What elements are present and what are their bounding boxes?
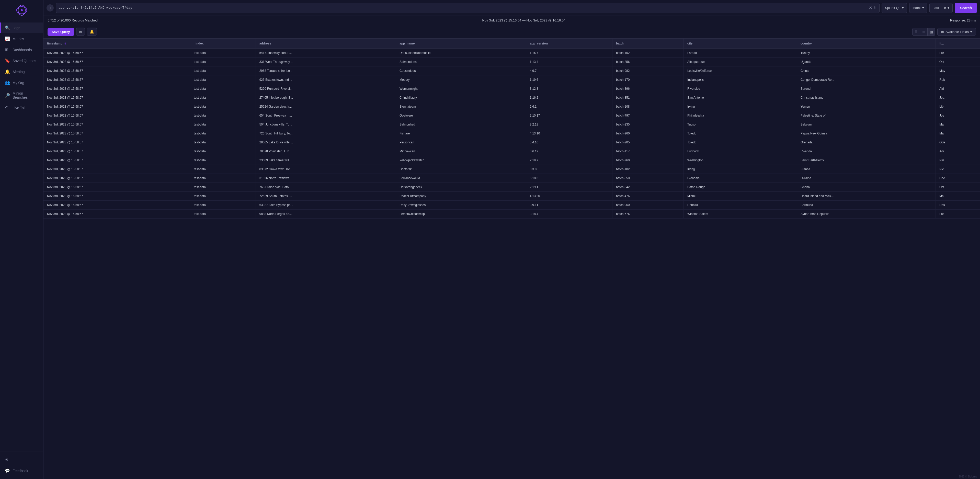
- cell-address: 768 Prairie side, Bato...: [256, 183, 396, 192]
- table-row[interactable]: Nov 3rd, 2023 @ 15:58:57test-data9888 No…: [43, 210, 980, 218]
- cell-app_version: 3.6.12: [526, 147, 612, 156]
- table-row[interactable]: Nov 3rd, 2023 @ 15:58:57test-data78078 P…: [43, 147, 980, 156]
- sidebar-item-live-tail[interactable]: ⏱ Live Tail: [0, 103, 43, 113]
- cell-_index: test-data: [190, 156, 256, 165]
- sidebar-item-theme[interactable]: ☀: [0, 455, 43, 465]
- col-app-version[interactable]: app_version: [526, 38, 612, 49]
- cell-fi: Fre: [936, 49, 980, 57]
- table-row[interactable]: Nov 3rd, 2023 @ 15:58:57test-data28065 L…: [43, 138, 980, 147]
- cell-timestamp: Nov 3rd, 2023 @ 15:58:57: [43, 138, 190, 147]
- table-view-button[interactable]: ⚌: [920, 28, 928, 36]
- table-row[interactable]: Nov 3rd, 2023 @ 15:58:57test-data923 Est…: [43, 75, 980, 84]
- cell-app_name: Womanmight: [396, 84, 526, 93]
- cell-app_name: LemonChiffonwisp: [396, 210, 526, 218]
- collapse-sidebar-button[interactable]: ‹: [46, 4, 54, 11]
- table-row[interactable]: Nov 3rd, 2023 @ 15:58:57test-data63327 L…: [43, 201, 980, 210]
- query-input[interactable]: [59, 6, 868, 10]
- table-row[interactable]: Nov 3rd, 2023 @ 15:58:57test-data23609 L…: [43, 156, 980, 165]
- sidebar-item-label: Logs: [13, 26, 20, 30]
- grid-table-view-button[interactable]: ▦: [928, 28, 935, 36]
- cell-fi: Ma: [936, 120, 980, 129]
- table-row[interactable]: Nov 3rd, 2023 @ 15:58:57test-data541 Cau…: [43, 49, 980, 57]
- cell-app_name: Fishare: [396, 129, 526, 138]
- cell-app_name: Minnowcan: [396, 147, 526, 156]
- available-fields-button[interactable]: ⊞ Available Fields ▾: [937, 28, 976, 36]
- cell-city: Glendale: [684, 174, 797, 183]
- list-view-button[interactable]: ☰: [912, 28, 920, 36]
- cell-app_name: Salmondoes: [396, 57, 526, 67]
- sidebar-item-metrics[interactable]: 📈 Metrics: [0, 33, 43, 44]
- sidebar-item-dashboards[interactable]: ⊞ Dashboards: [0, 45, 43, 55]
- cell-app_name: Cousindoes: [396, 67, 526, 75]
- col-fi[interactable]: fi...: [936, 38, 980, 49]
- table-row[interactable]: Nov 3rd, 2023 @ 15:58:57test-data27405 I…: [43, 93, 980, 102]
- splunk-ql-label: Splunk QL: [885, 6, 900, 10]
- chevron-down-icon: ▾: [922, 6, 924, 10]
- cell-batch: batch-170: [612, 75, 684, 84]
- cell-address: 72529 South Estates l...: [256, 192, 396, 201]
- sidebar-bottom: ☀ 💬 Feedback: [0, 451, 43, 479]
- sidebar-nav: 🔍 Logs 📈 Metrics ⊞ Dashboards 🔖 Saved Qu…: [0, 21, 43, 451]
- alert-button[interactable]: 🔔: [87, 28, 97, 36]
- col-address[interactable]: address: [256, 38, 396, 49]
- table-row[interactable]: Nov 3rd, 2023 @ 15:58:57test-data331 Wes…: [43, 57, 980, 67]
- cell-batch: batch-205: [612, 138, 684, 147]
- col-app-name[interactable]: app_name: [396, 38, 526, 49]
- query-info-button[interactable]: ℹ: [873, 6, 877, 10]
- cell-app_version: 5.18.3: [526, 174, 612, 183]
- fields-icon: ⊞: [941, 30, 944, 34]
- dashboards-icon: ⊞: [5, 47, 10, 52]
- sidebar-item-minion-searches[interactable]: 🔎 Minion Searches: [0, 88, 43, 102]
- table-row[interactable]: Nov 3rd, 2023 @ 15:58:57test-data72529 S…: [43, 192, 980, 201]
- col-batch[interactable]: batch: [612, 38, 684, 49]
- table-row[interactable]: Nov 3rd, 2023 @ 15:58:57test-data31626 N…: [43, 174, 980, 183]
- topbar-controls: Splunk QL ▾ Index ▾ Last 1 Hr ▾ Search: [881, 3, 977, 13]
- results-table-container[interactable]: timestamp ⇅ _index address app_name app_…: [43, 38, 980, 479]
- col-country[interactable]: country: [797, 38, 936, 49]
- table-row[interactable]: Nov 3rd, 2023 @ 15:58:57test-data83072 G…: [43, 165, 980, 174]
- sidebar-item-my-org[interactable]: 👥 My Org: [0, 78, 43, 88]
- search-button[interactable]: Search: [955, 3, 977, 13]
- time-range-dropdown[interactable]: Last 1 Hr ▾: [929, 3, 953, 13]
- cell-timestamp: Nov 3rd, 2023 @ 15:58:57: [43, 102, 190, 111]
- cell-batch: batch-676: [612, 210, 684, 218]
- table-row[interactable]: Nov 3rd, 2023 @ 15:58:57test-data768 Pra…: [43, 183, 980, 192]
- cell-country: Rwanda: [797, 147, 936, 156]
- cell-app_version: 1.13.4: [526, 57, 612, 67]
- table-row[interactable]: Nov 3rd, 2023 @ 15:58:57test-data25624 G…: [43, 102, 980, 111]
- grid-view-button[interactable]: ⊞: [76, 28, 85, 36]
- sidebar-item-saved-queries[interactable]: 🔖 Saved Queries: [0, 56, 43, 66]
- col-index[interactable]: _index: [190, 38, 256, 49]
- splunk-ql-dropdown[interactable]: Splunk QL ▾: [881, 3, 907, 13]
- cell-country: Uganda: [797, 57, 936, 67]
- view-toggle-group: ☰ ⚌ ▦: [912, 28, 935, 36]
- table-row[interactable]: Nov 3rd, 2023 @ 15:58:57test-data726 Sou…: [43, 129, 980, 138]
- cell-country: Saint Barthélemy: [797, 156, 936, 165]
- svg-point-2: [21, 9, 23, 11]
- sidebar-item-alerting[interactable]: 🔔 Alerting: [0, 67, 43, 77]
- col-city[interactable]: city: [684, 38, 797, 49]
- save-query-button[interactable]: Save Query: [48, 28, 74, 36]
- cell-address: 504 Junctions ville, Tu...: [256, 120, 396, 129]
- chevron-down-icon: ▾: [970, 30, 972, 34]
- sidebar-item-logs[interactable]: 🔍 Logs: [0, 22, 43, 33]
- sidebar-item-feedback[interactable]: 💬 Feedback: [0, 465, 43, 476]
- table-row[interactable]: Nov 3rd, 2023 @ 15:58:57test-data2968 Te…: [43, 67, 980, 75]
- cell-timestamp: Nov 3rd, 2023 @ 15:58:57: [43, 147, 190, 156]
- sidebar-item-label: Metrics: [13, 37, 24, 41]
- sidebar-item-label: Feedback: [13, 469, 28, 473]
- my-org-icon: 👥: [5, 80, 10, 85]
- cell-address: 9888 North Forges be...: [256, 210, 396, 218]
- sidebar: 🔍 Logs 📈 Metrics ⊞ Dashboards 🔖 Saved Qu…: [0, 0, 43, 479]
- cell-timestamp: Nov 3rd, 2023 @ 15:58:57: [43, 174, 190, 183]
- col-timestamp[interactable]: timestamp ⇅: [43, 38, 190, 49]
- alerting-icon: 🔔: [5, 69, 10, 74]
- cell-app_name: Darkorangeneck: [396, 183, 526, 192]
- table-row[interactable]: Nov 3rd, 2023 @ 15:58:57test-data654 Sou…: [43, 111, 980, 120]
- cell-address: 726 South Hill bury, To...: [256, 129, 396, 138]
- table-row[interactable]: Nov 3rd, 2023 @ 15:58:57test-data5290 Ru…: [43, 84, 980, 93]
- clear-query-button[interactable]: ✕: [868, 5, 873, 10]
- index-dropdown[interactable]: Index ▾: [909, 3, 928, 13]
- table-row[interactable]: Nov 3rd, 2023 @ 15:58:57test-data504 Jun…: [43, 120, 980, 129]
- cell-_index: test-data: [190, 67, 256, 75]
